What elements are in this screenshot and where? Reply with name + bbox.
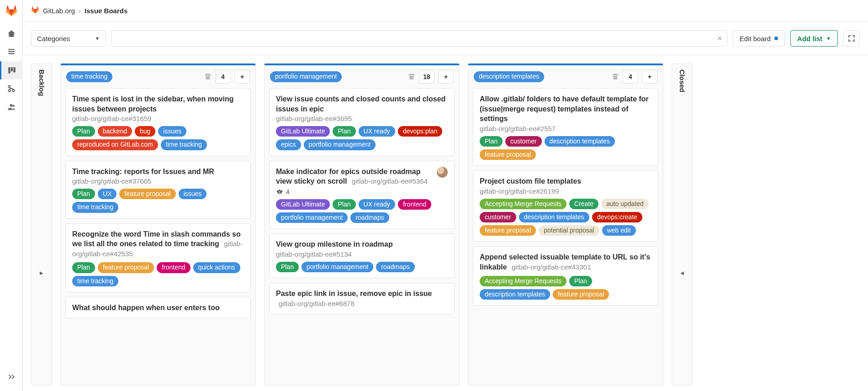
label-pill[interactable]: portfolio management <box>276 212 348 223</box>
label-pill[interactable]: description templates <box>480 289 550 300</box>
add-card-button[interactable]: + <box>438 70 454 84</box>
label-pill[interactable]: Plan <box>276 262 299 272</box>
issue-card[interactable]: Project custom file templatesgitlab-org/… <box>473 170 658 242</box>
label-pill[interactable]: portfolio management <box>302 262 373 272</box>
issue-card[interactable]: View issue counts and closed counts and … <box>269 88 455 156</box>
issue-card[interactable]: Allow .gitlab/ folders to have default t… <box>473 88 658 166</box>
label-pill[interactable]: customer <box>505 136 542 147</box>
assignee-avatar[interactable] <box>437 167 448 178</box>
issue-card[interactable]: Recognize the word Time in slash command… <box>65 223 251 292</box>
column-title-pill[interactable]: time tracking <box>66 71 112 82</box>
label-pill[interactable]: feature proposal <box>119 189 175 199</box>
label-pill[interactable]: devops:plan <box>398 126 443 137</box>
label-pill[interactable]: devops:create <box>592 212 642 222</box>
label-pill[interactable]: Plan <box>333 126 355 137</box>
nav-merge-icon[interactable] <box>0 79 23 98</box>
backlog-column-collapsed[interactable]: Backlog ▶ <box>31 63 52 386</box>
label-pill[interactable]: Plan <box>333 199 355 210</box>
nav-book-icon[interactable] <box>0 43 23 61</box>
card-title: Time tracking: reports for Issues and MR <box>72 167 244 177</box>
delete-column-icon[interactable] <box>612 73 619 81</box>
label-pill[interactable]: feature proposal <box>480 225 536 236</box>
nav-members-icon[interactable] <box>0 98 23 116</box>
label-pill[interactable]: quick actions <box>193 262 240 273</box>
label-pill[interactable]: issues <box>179 189 207 199</box>
issue-card[interactable]: Make indicator for epics outside roadmap… <box>269 161 455 229</box>
nav-boards-icon[interactable] <box>0 61 23 79</box>
label-pill[interactable]: feature proposal <box>480 149 536 160</box>
label-pill[interactable]: time tracking <box>72 202 118 212</box>
issue-card[interactable]: Paste epic link in issue, remove epic in… <box>269 283 455 314</box>
label-pill[interactable]: roadmaps <box>376 262 414 272</box>
label-pill[interactable]: time tracking <box>72 276 118 286</box>
issue-card[interactable]: View group milestone in roadmapgitlab-or… <box>269 233 455 278</box>
label-pill[interactable]: customer <box>480 212 516 222</box>
label-pill[interactable]: GitLab Ultimate <box>276 199 330 210</box>
label-pill[interactable]: UX ready <box>359 199 395 210</box>
label-pill[interactable]: potential proposal <box>539 225 599 236</box>
card-title: Allow .gitlab/ folders to have default t… <box>480 94 651 124</box>
label-pill[interactable]: time tracking <box>161 139 207 150</box>
label-pill[interactable]: UX <box>98 189 116 199</box>
fullscreen-icon <box>848 35 855 42</box>
delete-column-icon[interactable] <box>408 73 415 81</box>
issue-card[interactable]: Time spent is lost in the sidebar, when … <box>65 88 251 156</box>
issue-card[interactable]: Append selected issuable template to URL… <box>473 246 658 306</box>
label-pill[interactable]: feature proposal <box>553 289 609 300</box>
expand-left-icon[interactable]: ▶ <box>680 270 684 275</box>
label-pill[interactable]: auto updated <box>601 199 649 209</box>
label-pill[interactable]: Plan <box>72 262 95 273</box>
label-pill[interactable]: Plan <box>72 189 95 199</box>
add-card-button[interactable]: + <box>642 70 657 84</box>
column-title-pill[interactable]: portfolio management <box>270 71 342 82</box>
label-pill[interactable]: reproduced on GitLab.com <box>72 139 158 150</box>
breadcrumb-current: Issue Boards <box>85 7 127 15</box>
label-pill[interactable]: feature proposal <box>98 262 154 273</box>
label-pill[interactable]: GitLab Ultimate <box>276 126 330 137</box>
label-pill[interactable]: Plan <box>480 136 503 147</box>
label-pill[interactable]: roadmaps <box>350 212 389 223</box>
filter-bar[interactable]: × <box>111 30 727 47</box>
fullscreen-button[interactable] <box>843 30 860 47</box>
add-card-button[interactable]: + <box>234 70 250 84</box>
label-pill[interactable]: UX ready <box>359 126 395 137</box>
board-column: time tracking4+Time spent is lost in the… <box>60 63 256 386</box>
column-count: 4 <box>215 70 231 84</box>
breadcrumb-group[interactable]: GitLab.org <box>43 7 75 15</box>
closed-column-collapsed[interactable]: Closed ▶ <box>672 63 693 386</box>
label-pill[interactable]: description templates <box>519 212 589 222</box>
edit-board-button[interactable]: Edit board <box>733 30 785 47</box>
clear-icon[interactable]: × <box>717 34 722 43</box>
label-pill[interactable]: description templates <box>545 136 615 147</box>
nav-home-icon[interactable] <box>0 25 23 43</box>
filter-input[interactable] <box>116 35 717 42</box>
label-pill[interactable]: portfolio management <box>304 139 376 150</box>
label-pill[interactable]: backend <box>98 126 132 137</box>
column-header: time tracking4+ <box>61 65 255 88</box>
gitlab-logo[interactable] <box>4 4 19 18</box>
board-column: portfolio management18+View issue counts… <box>264 63 460 386</box>
card-weight: 4 <box>276 188 448 196</box>
column-title-pill[interactable]: description templates <box>474 71 544 82</box>
label-pill[interactable]: Create <box>569 199 598 209</box>
chevron-down-icon: ▼ <box>95 36 100 41</box>
label-pill[interactable]: Plan <box>72 126 95 137</box>
nav-collapse-icon[interactable] <box>0 368 23 386</box>
label-pill[interactable]: bug <box>135 126 155 137</box>
label-pill[interactable]: issues <box>158 126 186 137</box>
delete-column-icon[interactable] <box>204 73 212 81</box>
label-pill[interactable]: frontend <box>157 262 190 273</box>
label-pill[interactable]: epics <box>276 139 301 150</box>
issue-card[interactable]: What should happen when user enters too <box>65 297 251 319</box>
issue-card[interactable]: Time tracking: reports for Issues and MR… <box>65 161 251 219</box>
board-selector[interactable]: Categories ▼ <box>31 30 106 47</box>
label-pill[interactable]: frontend <box>398 199 431 210</box>
card-title: Time spent is lost in the sidebar, when … <box>72 94 244 114</box>
expand-right-icon[interactable]: ▶ <box>40 270 43 275</box>
label-pill[interactable]: Plan <box>569 276 592 286</box>
label-pill[interactable]: web edit <box>602 225 636 236</box>
label-pill[interactable]: Accepting Merge Requests <box>480 199 566 209</box>
add-list-button[interactable]: Add list ▼ <box>790 30 838 47</box>
label-pill[interactable]: Accepting Merge Requests <box>480 276 566 286</box>
nav-rail <box>0 0 23 391</box>
